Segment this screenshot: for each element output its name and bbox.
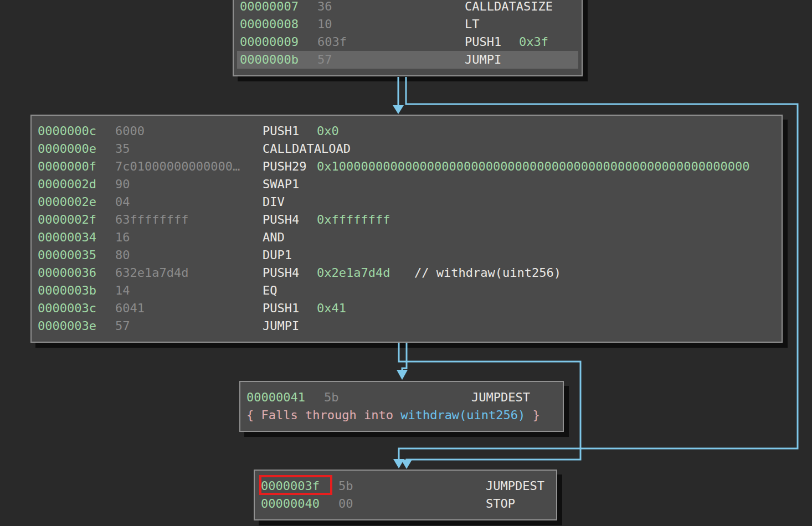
instruction-row[interactable]: 0000003b 14 EQ (35, 282, 778, 300)
bytes-cell: 63ffffffff (115, 211, 188, 229)
address-cell: 00000041 (246, 389, 305, 406)
mnemonic-cell: PUSH1 (465, 33, 501, 51)
instruction-row[interactable]: 00000009 603f PUSH1 0x3f (237, 33, 578, 51)
instruction-row[interactable]: 0000000c 6000 PUSH1 0x0 (35, 122, 778, 140)
mnemonic-cell: DIV (263, 193, 285, 211)
address-cell: 0000002d (38, 176, 96, 193)
address-cell: 00000009 (240, 33, 299, 51)
bytes-cell: 603f (317, 33, 347, 51)
bytes-cell: 7c01000000000000… (115, 158, 240, 176)
address-cell: 00000007 (240, 0, 299, 16)
mnemonic-cell: CALLDATASIZE (465, 0, 553, 16)
mnemonic-cell: CALLDATALOAD (263, 140, 351, 158)
address-cell: 0000000e (38, 140, 96, 158)
mnemonic-cell: PUSH1 (263, 300, 299, 317)
basic-block-00000041[interactable]: 00000041 5b JUMPDEST { Falls through int… (239, 381, 564, 432)
basic-block-0000003f[interactable]: 0000003f 5b JUMPDEST 00000040 00 STOP (254, 470, 557, 520)
instruction-row[interactable]: 00000040 00 STOP (258, 495, 553, 513)
bytes-cell: 6000 (115, 122, 145, 140)
fallthrough-note: { Falls through into withdraw(uint256) } (244, 406, 559, 424)
mnemonic-cell: PUSH4 (263, 211, 299, 229)
address-highlight-box (259, 475, 332, 495)
instruction-row[interactable]: 00000007 36 CALLDATASIZE (237, 0, 578, 16)
mnemonic-cell: JUMPI (263, 317, 299, 335)
address-cell: 00000036 (38, 264, 96, 282)
instruction-row[interactable]: 00000035 80 DUP1 (35, 246, 778, 264)
bytes-cell: 80 (115, 246, 130, 264)
bytes-cell: 632e1a7d4d (115, 264, 188, 282)
note-prefix: { Falls through into (246, 408, 400, 422)
edge-jump-3e-41 (402, 343, 407, 371)
address-cell: 0000000b (240, 51, 299, 69)
bytes-cell: 57 (115, 317, 130, 335)
bytes-cell: 04 (115, 193, 130, 211)
mnemonic-cell: LT (465, 16, 480, 33)
arrowhead-fallthrough-3e-3f (401, 460, 412, 469)
note-suffix: } (525, 408, 540, 422)
instruction-row[interactable]: 0000003c 6041 PUSH1 0x41 (35, 300, 778, 317)
mnemonic-cell: JUMPDEST (471, 389, 530, 406)
instruction-row[interactable]: 0000003e 57 JUMPI (35, 317, 778, 335)
bytes-cell: 14 (115, 282, 130, 300)
address-cell: 00000040 (261, 495, 320, 513)
operand-cell: 0x10000000000000000000000000000000000000… (317, 158, 749, 176)
mnemonic-cell: JUMPDEST (486, 477, 544, 495)
mnemonic-cell: SWAP1 (263, 176, 299, 193)
bytes-cell: 35 (115, 140, 130, 158)
address-cell: 0000003c (38, 300, 96, 317)
note-function-name: withdraw(uint256) (400, 408, 525, 422)
basic-block-0000000c[interactable]: 0000000c 6000 PUSH1 0x0 0000000e 35 CALL… (30, 115, 783, 343)
address-cell: 0000000f (38, 158, 96, 176)
bytes-cell: 10 (317, 16, 332, 33)
mnemonic-cell: PUSH29 (263, 158, 306, 176)
instruction-row[interactable]: 0000000e 35 CALLDATALOAD (35, 140, 778, 158)
comment-cell: // withdraw(uint256) (414, 264, 561, 282)
bytes-cell: 5b (338, 477, 353, 495)
operand-cell: 0xffffffff (317, 211, 390, 229)
bytes-cell: 6041 (115, 300, 145, 317)
address-cell: 00000008 (240, 16, 299, 33)
bytes-cell: 00 (338, 495, 353, 513)
operand-cell: 0x2e1a7d4d (317, 264, 390, 282)
address-cell: 00000034 (38, 229, 96, 246)
operand-cell: 0x3f (519, 33, 548, 51)
operand-cell: 0x41 (317, 300, 346, 317)
address-cell: 00000035 (38, 246, 96, 264)
instruction-row-selected[interactable]: 0000000b 57 JUMPI (237, 51, 578, 69)
mnemonic-cell: STOP (486, 495, 515, 513)
address-cell: 0000002f (38, 211, 96, 229)
arrowhead-fallthrough-0b-0c (393, 105, 404, 114)
mnemonic-cell: AND (263, 229, 285, 246)
basic-block-00000007[interactable]: 00000007 36 CALLDATASIZE 00000008 10 LT … (233, 0, 583, 76)
instruction-row[interactable]: 00000036 632e1a7d4d PUSH4 0x2e1a7d4d // … (35, 264, 778, 282)
mnemonic-cell: DUP1 (263, 246, 292, 264)
mnemonic-cell: PUSH4 (263, 264, 299, 282)
mnemonic-cell: EQ (263, 282, 277, 300)
bytes-cell: 36 (317, 0, 332, 16)
instruction-row[interactable]: 0000000f 7c01000000000000… PUSH29 0x1000… (35, 158, 778, 176)
address-cell: 0000000c (38, 122, 96, 140)
arrowhead-jump-3e-41 (397, 370, 408, 380)
instruction-row[interactable]: 00000008 10 LT (237, 16, 578, 33)
instruction-row[interactable]: 0000002e 04 DIV (35, 193, 778, 211)
instruction-row[interactable]: 00000034 16 AND (35, 229, 778, 246)
bytes-cell: 57 (317, 51, 332, 69)
address-cell: 0000003e (38, 317, 96, 335)
operand-cell: 0x0 (317, 122, 339, 140)
mnemonic-cell: PUSH1 (263, 122, 299, 140)
bytes-cell: 90 (115, 176, 130, 193)
mnemonic-cell: JUMPI (465, 51, 501, 69)
arrowhead-jump-0b-3f (393, 459, 404, 468)
cfg-canvas: 00000007 36 CALLDATASIZE 00000008 10 LT … (0, 0, 812, 526)
bytes-cell: 16 (115, 229, 130, 246)
address-cell: 0000003b (38, 282, 96, 300)
bytes-cell: 5b (324, 389, 339, 406)
instruction-row[interactable]: 0000002f 63ffffffff PUSH4 0xffffffff (35, 211, 778, 229)
instruction-row[interactable]: 00000041 5b JUMPDEST (244, 389, 559, 406)
address-cell: 0000002e (38, 193, 96, 211)
instruction-row[interactable]: 0000002d 90 SWAP1 (35, 176, 778, 193)
